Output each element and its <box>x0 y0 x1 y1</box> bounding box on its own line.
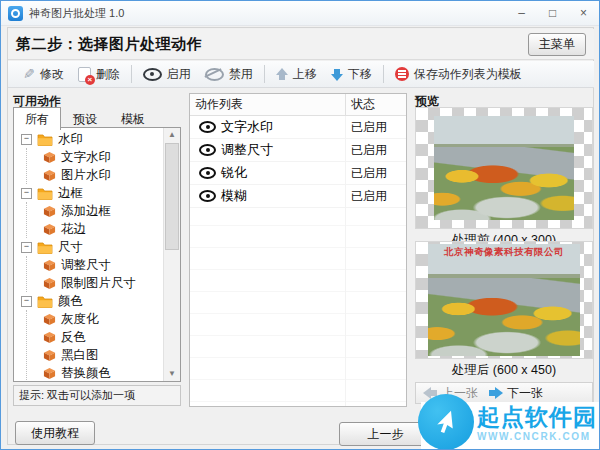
action-toolbar: ✎ 修改 删除 启用 禁用 上移 下移 保存动作列表为模板 <box>8 61 594 88</box>
minimize-button[interactable]: – <box>506 1 537 25</box>
tree-folder-label: 水印 <box>58 131 83 148</box>
enabled-eye-icon <box>199 144 216 156</box>
tree-item-label: 调整尺寸 <box>61 257 111 274</box>
app-logo-icon <box>8 6 23 21</box>
delete-icon <box>78 67 91 82</box>
preview-before-image <box>434 116 574 220</box>
close-button[interactable]: × <box>568 1 599 25</box>
action-name-cell: 锐化 <box>190 162 346 184</box>
table-row[interactable]: 锐化已启用 <box>190 162 406 185</box>
table-row[interactable]: 文字水印已启用 <box>190 116 406 139</box>
modify-button[interactable]: ✎ 修改 <box>16 64 71 85</box>
scroll-down-icon[interactable]: ▼ <box>164 367 180 381</box>
toolbar-separator <box>131 65 132 83</box>
tree-item[interactable]: 图片水印 <box>27 166 163 184</box>
tab-templates[interactable]: 模板 <box>109 107 157 130</box>
scroll-up-icon[interactable]: ▲ <box>164 128 180 142</box>
eye-icon <box>143 68 162 81</box>
tree-item-label: 文字水印 <box>61 149 111 166</box>
save-template-button[interactable]: 保存动作列表为模板 <box>388 64 529 85</box>
move-down-button[interactable]: 下移 <box>324 64 379 85</box>
cube-icon <box>43 331 56 344</box>
tutorial-button[interactable]: 使用教程 <box>15 421 95 445</box>
tree-folder-label: 边框 <box>58 185 83 202</box>
cube-icon <box>43 151 56 164</box>
tree-item-label: 灰度化 <box>61 311 99 328</box>
tab-presets[interactable]: 预设 <box>61 107 109 130</box>
table-header: 动作列表 状态 <box>190 94 406 116</box>
action-name-cell: 文字水印 <box>190 116 346 138</box>
enabled-eye-icon <box>199 121 216 133</box>
collapse-icon[interactable]: − <box>21 134 32 145</box>
folder-icon <box>37 241 53 254</box>
enable-button[interactable]: 启用 <box>136 64 198 85</box>
delete-button[interactable]: 删除 <box>71 64 127 85</box>
main-menu-button[interactable]: 主菜单 <box>528 33 586 56</box>
action-name: 调整尺寸 <box>221 141 273 159</box>
tree-folder[interactable]: −颜色 <box>14 292 163 310</box>
table-empty-area <box>190 204 406 406</box>
next-image-button[interactable]: 下一张 <box>488 385 543 402</box>
tree-scrollbar[interactable]: ▲ ▼ <box>163 128 180 381</box>
cube-icon <box>43 223 56 236</box>
action-name: 模糊 <box>221 187 247 205</box>
move-up-button[interactable]: 上移 <box>269 64 324 85</box>
save-template-icon <box>395 67 409 81</box>
tree-folder-label: 尺寸 <box>58 239 83 256</box>
tree-item[interactable]: 黑白图 <box>27 346 163 364</box>
modify-label: 修改 <box>40 66 64 83</box>
tree-item[interactable]: 灰度化 <box>27 310 163 328</box>
tree-folder[interactable]: −边框 <box>14 184 163 202</box>
tree-item-label: 花边 <box>61 221 86 238</box>
tree-item[interactable]: 花边 <box>27 220 163 238</box>
tree-folder[interactable]: −水印 <box>14 130 163 148</box>
collapse-icon[interactable]: − <box>21 296 32 307</box>
action-name: 文字水印 <box>221 118 273 136</box>
column-header-status[interactable]: 状态 <box>346 96 406 113</box>
image-watermark-text: 北京神奇像素科技有限公司 <box>428 246 580 259</box>
move-down-label: 下移 <box>348 66 372 83</box>
app-window: 神奇图片批处理 1.0 – □ × 第二步：选择图片处理动作 主菜单 ✎ 修改 … <box>0 0 600 450</box>
save-template-label: 保存动作列表为模板 <box>414 66 522 83</box>
tree-item-label: 黑白图 <box>61 347 99 364</box>
tree-item[interactable]: 文字水印 <box>27 148 163 166</box>
column-header-actions[interactable]: 动作列表 <box>190 94 346 115</box>
tree-item[interactable]: 替换颜色 <box>27 364 163 381</box>
title-bar: 神奇图片批处理 1.0 – □ × <box>1 1 599 26</box>
action-name-cell: 调整尺寸 <box>190 139 346 161</box>
tree-item[interactable]: 添加边框 <box>27 202 163 220</box>
action-status: 已启用 <box>346 142 406 159</box>
next-image-label: 下一张 <box>507 385 543 402</box>
arrow-up-icon <box>276 68 288 81</box>
tree-item-label: 添加边框 <box>61 203 111 220</box>
tree-folder[interactable]: −尺寸 <box>14 238 163 256</box>
action-status: 已启用 <box>346 165 406 182</box>
actions-tree: −水印文字水印图片水印−边框添加边框花边−尺寸调整尺寸限制图片尺寸−颜色灰度化反… <box>14 130 163 381</box>
cube-icon <box>43 367 56 380</box>
folder-icon <box>37 133 53 146</box>
cube-icon <box>43 313 56 326</box>
tree-children: 灰度化反色黑白图替换颜色 <box>26 310 163 381</box>
toolbar-separator <box>383 65 384 83</box>
tree-item-label: 替换颜色 <box>61 365 111 382</box>
tab-all[interactable]: 所有 <box>13 107 61 130</box>
window-title: 神奇图片批处理 1.0 <box>29 6 124 21</box>
tree-item[interactable]: 限制图片尺寸 <box>27 274 163 292</box>
tree-item-label: 图片水印 <box>61 167 111 184</box>
collapse-icon[interactable]: − <box>21 188 32 199</box>
collapse-icon[interactable]: − <box>21 242 32 253</box>
scrollbar-thumb[interactable] <box>165 143 179 250</box>
folder-icon <box>37 187 53 200</box>
disable-button[interactable]: 禁用 <box>198 64 260 85</box>
step-header: 第二步：选择图片处理动作 主菜单 <box>8 29 594 60</box>
cube-icon <box>43 277 56 290</box>
table-row[interactable]: 调整尺寸已启用 <box>190 139 406 162</box>
enabled-eye-icon <box>199 167 216 179</box>
eye-off-icon <box>205 68 224 81</box>
site-watermark-text: 起点软件园 WWW.CNCRK.COM <box>477 405 597 442</box>
maximize-button[interactable]: □ <box>537 1 568 25</box>
hint-bar: 提示: 双击可以添加一项 <box>13 385 181 406</box>
preview-after-box: 北京神奇像素科技有限公司 <box>415 241 593 359</box>
tree-item[interactable]: 调整尺寸 <box>27 256 163 274</box>
tree-item[interactable]: 反色 <box>27 328 163 346</box>
